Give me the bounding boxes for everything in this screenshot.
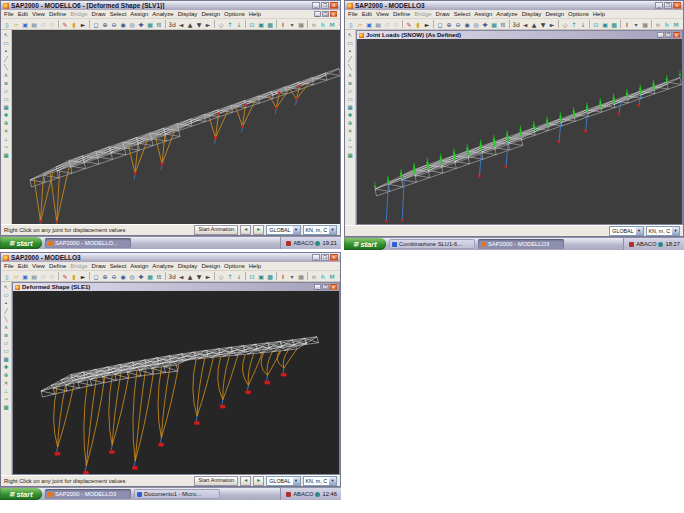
assign-group-icon[interactable]: ▩ [610,20,618,29]
reshape-object-icon[interactable]: ▭ [2,292,11,299]
quick-draw-frame-icon[interactable]: ╲ [2,316,11,323]
lock-model-icon[interactable]: ▮ [414,20,422,29]
menu-assign[interactable]: Assign [474,11,492,17]
undo-icon[interactable]: ↺ [383,20,391,29]
menu-options[interactable]: Options [224,263,245,269]
snap-to-midpoints-icon[interactable]: ⊕ [2,372,11,379]
units-dropdown-arrow-icon[interactable]: ▼ [329,226,336,234]
zoom-in-icon[interactable]: ⊕ [101,20,109,29]
coord-system-dropdown-arrow-icon[interactable]: ▼ [293,477,300,485]
units-select[interactable]: KN, m, C▼ [303,476,337,486]
tray-app-icon[interactable] [629,242,634,247]
snap-to-edges-icon[interactable]: ¬ [346,144,355,151]
start-button[interactable]: ⊞start [0,237,42,249]
more-tools-arrow-icon[interactable]: ▾ [337,20,340,29]
move-down-elevation-icon[interactable]: ↓ [579,20,587,29]
grid-options-icon[interactable]: ▦ [297,20,305,29]
model-viewport[interactable] [13,291,339,474]
dropdown-arrow-icon[interactable]: ▾ [632,20,640,29]
minimize-button[interactable]: _ [312,2,320,9]
menu-file[interactable]: File [348,11,358,17]
taskbar-task[interactable]: SAP2000 - MODELLO3 [478,239,564,249]
minimize-button[interactable]: _ [312,254,320,261]
undo-icon[interactable]: ↺ [39,20,47,29]
print-icon[interactable]: ▤ [30,20,38,29]
reshape-object-icon[interactable]: ▭ [2,40,11,47]
menu-define[interactable]: Define [49,263,66,269]
assign-group-icon[interactable]: ▩ [266,272,274,281]
quick-draw-secondary-beams-icon[interactable]: ≡ [2,80,11,87]
coord-system-select[interactable]: GLOBAL▼ [266,225,300,235]
units-dropdown-arrow-icon[interactable]: ▼ [672,227,679,235]
child-minimize-button[interactable]: _ [314,284,321,290]
select-pointer-icon[interactable]: ↖ [2,32,11,39]
zoom-previous-icon[interactable]: ◎ [472,20,480,29]
draw-m-tool-icon[interactable]: M [328,20,336,29]
menu-bridge[interactable]: Bridge [70,263,87,269]
units-dropdown-arrow-icon[interactable]: ▼ [329,477,336,485]
text-labels-icon[interactable]: tt [155,272,163,281]
refresh-window-icon[interactable]: ✎ [61,20,69,29]
rubber-band-zoom-icon[interactable]: ◻ [92,272,100,281]
refresh-window-icon[interactable]: ✎ [61,272,69,281]
snap-to-joints-icon[interactable]: ✚ [346,112,355,119]
save-model-icon[interactable]: ▣ [21,272,29,281]
menu-design[interactable]: Design [201,263,220,269]
move-up-elevation-icon[interactable]: ↑ [226,20,234,29]
zoom-full-icon[interactable]: ◉ [119,20,127,29]
draw-h-tool-icon[interactable]: h [319,272,327,281]
minimize-button[interactable]: _ [655,2,663,9]
menu-bridge[interactable]: Bridge [70,11,87,17]
menu-design[interactable]: Design [201,11,220,17]
units-select[interactable]: KN, m, C▼ [646,226,680,236]
grid-options-icon[interactable]: ▦ [297,272,305,281]
taskbar-task[interactable]: SAP2000 - MODELLO... [45,238,131,248]
menu-display[interactable]: Display [178,11,198,17]
close-button[interactable]: ✕ [330,2,338,9]
window-views-icon[interactable]: ▦ [146,20,154,29]
move-down-elevation-icon[interactable]: ↓ [235,272,243,281]
draw-m-tool-icon[interactable]: M [672,20,680,29]
tray-app-icon[interactable] [286,492,291,497]
draw-quad-area-icon[interactable]: ▱ [346,88,355,95]
tray-app-icon[interactable] [286,241,291,246]
frame-section-icon[interactable]: I [279,272,287,281]
draw-rect-area-icon[interactable]: ▭ [2,96,11,103]
menu-select[interactable]: Select [454,11,471,17]
open-file-icon[interactable]: ▱ [12,20,20,29]
rubber-band-zoom-icon[interactable]: ◻ [436,20,444,29]
pan-icon[interactable]: ✚ [137,272,145,281]
tray-status-icon[interactable] [658,242,663,247]
menu-analyze[interactable]: Analyze [152,11,173,17]
object-shrink-icon[interactable]: ⊡ [248,272,256,281]
select-pointer-icon[interactable]: ↖ [2,284,11,291]
units-select[interactable]: KN, m, C▼ [303,225,337,235]
coord-system-dropdown-arrow-icon[interactable]: ▼ [636,227,643,235]
open-file-icon[interactable]: ▱ [356,20,364,29]
menu-draw[interactable]: Draw [92,263,106,269]
child-close-button[interactable]: ✕ [673,32,680,38]
coord-system-select[interactable]: GLOBAL▼ [266,476,300,486]
menu-edit[interactable]: Edit [362,11,372,17]
mdi-close-button[interactable]: ✕ [330,11,337,17]
quick-draw-secondary-beams-icon[interactable]: ≡ [346,80,355,87]
titlebar[interactable]: SAP2000 - MODELLO3_❐✕ [1,253,340,262]
print-icon[interactable]: ▤ [374,20,382,29]
view-3d-icon[interactable]: 3d [168,20,176,29]
snap-to-intersections-icon[interactable]: ✕ [2,128,11,135]
tray-status-icon[interactable] [315,241,320,246]
menu-select[interactable]: Select [110,11,127,17]
menu-view[interactable]: View [376,11,389,17]
more-tools-arrow-icon[interactable]: ▾ [337,272,340,281]
view-up-icon[interactable]: ▲ [186,20,194,29]
menu-assign[interactable]: Assign [130,11,148,17]
coord-system-select[interactable]: GLOBAL▼ [609,226,643,236]
undo-icon[interactable]: ↺ [39,272,47,281]
start-animation-button[interactable]: Start Animation [194,225,238,235]
save-model-icon[interactable]: ▣ [21,20,29,29]
draw-n-tool-icon[interactable]: n [310,20,318,29]
snap-to-intersections-icon[interactable]: ✕ [2,380,11,387]
menu-bridge[interactable]: Bridge [414,11,431,17]
print-icon[interactable]: ▤ [30,272,38,281]
redo-icon[interactable]: ↻ [48,272,56,281]
